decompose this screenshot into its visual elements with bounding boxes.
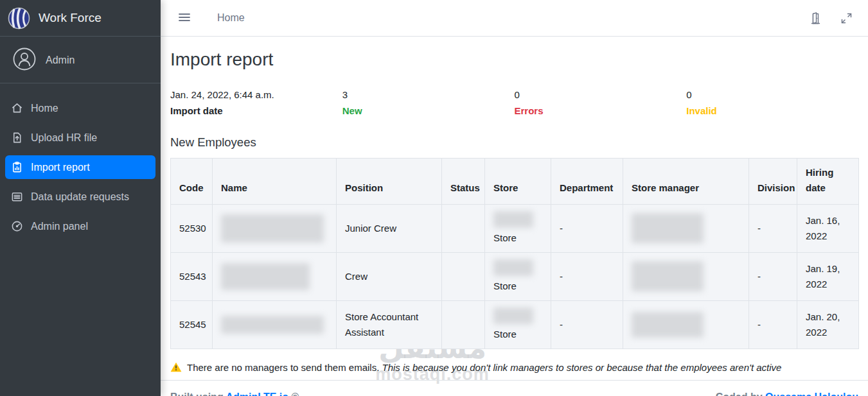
- footer-coded-by: Coded by: [716, 392, 765, 396]
- cell-division: -: [749, 204, 797, 252]
- header-code: Code: [171, 158, 213, 204]
- stat-value: 0: [686, 87, 858, 103]
- cell-status: [442, 204, 485, 252]
- cell-store-manager: [623, 300, 749, 349]
- home-icon: [11, 102, 23, 114]
- cell-position: Junior Crew: [337, 204, 442, 252]
- report-clipboard-icon: [11, 161, 23, 173]
- header-position: Position: [337, 158, 442, 204]
- author-link[interactable]: Oussama Heloulou: [765, 392, 858, 396]
- redacted-store: [493, 259, 533, 276]
- page-title: Import report: [170, 49, 858, 70]
- redacted-store: [493, 211, 533, 228]
- cell-store-manager: [623, 204, 749, 252]
- sidebar-item-home[interactable]: Home: [5, 96, 155, 120]
- redacted-store-manager: [632, 261, 704, 291]
- cell-name: [213, 204, 337, 252]
- footer-copyright: ©.: [291, 392, 301, 396]
- footer: Built using AdminLTE.io ©. Coded by Ouss…: [170, 381, 858, 396]
- sidebar-item-import-report[interactable]: Import report: [5, 155, 155, 179]
- redacted-name: [221, 214, 324, 243]
- header-store-manager: Store manager: [623, 158, 749, 204]
- list-icon: [11, 191, 23, 203]
- stat-label: Import date: [170, 103, 342, 119]
- stat-label: New: [342, 103, 515, 119]
- cell-code: 52543: [171, 252, 213, 300]
- header-hiring-date: Hiring date: [797, 158, 859, 204]
- stat-invalid: 0 Invalid: [686, 87, 858, 119]
- stat-value: Jan. 24, 2022, 6:44 a.m.: [170, 87, 342, 103]
- new-employees-table: Code Name Position Status Store Departme…: [170, 158, 859, 349]
- redacted-store-manager: [632, 213, 704, 243]
- cell-department: -: [551, 300, 623, 349]
- stat-errors: 0 Errors: [515, 87, 687, 119]
- cell-department: -: [551, 252, 623, 300]
- cell-code: 52530: [171, 204, 213, 252]
- table-header-row: Code Name Position Status Store Departme…: [171, 158, 859, 204]
- sidebar-item-upload-hr-file[interactable]: Upload HR file: [5, 126, 155, 150]
- store-suffix: Store: [493, 232, 517, 243]
- workforce-logo-icon: [8, 7, 30, 30]
- warning-text-italic: This is because you don't link managers …: [382, 362, 782, 373]
- cell-division: -: [749, 252, 797, 300]
- sidebar-item-label: Import report: [31, 162, 90, 173]
- file-upload-icon: [11, 132, 23, 144]
- section-title: New Employees: [170, 135, 858, 150]
- redacted-store-manager: [632, 312, 704, 338]
- table-row: 52545 Store Accountant Assistant Store -…: [171, 300, 859, 349]
- redacted-name: [221, 316, 324, 334]
- header-status: Status: [442, 158, 485, 204]
- sidebar-item-admin-panel[interactable]: Admin panel: [5, 214, 155, 238]
- stat-label: Invalid: [686, 103, 858, 119]
- brand-link[interactable]: Work Force: [0, 0, 161, 37]
- top-navbar: Home: [161, 0, 868, 37]
- user-name: Admin: [46, 55, 75, 66]
- header-store: Store: [485, 158, 551, 204]
- user-panel[interactable]: Admin: [0, 37, 161, 83]
- redacted-store: [493, 307, 533, 324]
- header-division: Division: [749, 158, 797, 204]
- door-icon[interactable]: [809, 11, 822, 25]
- sidebar-item-label: Upload HR file: [31, 132, 97, 144]
- sidebar-item-label: Home: [31, 103, 58, 114]
- import-stats: Jan. 24, 2022, 6:44 a.m. Import date 3 N…: [170, 87, 858, 119]
- brand-label: Work Force: [39, 11, 102, 25]
- warning-message: There are no managers to send them email…: [170, 362, 858, 373]
- cell-name: [213, 300, 337, 349]
- user-avatar-icon: [13, 47, 36, 73]
- cell-code: 52545: [171, 300, 213, 349]
- table-row: 52543 Crew Store - - Jan. 19, 2022: [171, 252, 859, 300]
- main-area: مستقل mostaql.com Home: [161, 0, 868, 396]
- hamburger-icon[interactable]: [178, 12, 191, 25]
- cell-status: [442, 300, 485, 349]
- navbar-right-icons: [809, 11, 853, 25]
- redacted-name: [221, 263, 310, 290]
- footer-built-using: Built using: [170, 392, 224, 396]
- footer-left: Built using AdminLTE.io ©.: [170, 392, 302, 396]
- sidebar-nav: Home Upload HR file Import report Data u…: [0, 83, 161, 238]
- cell-name: [213, 252, 337, 300]
- stat-label: Errors: [515, 103, 687, 119]
- navbar-home-link[interactable]: Home: [217, 12, 245, 24]
- stat-value: 3: [342, 87, 515, 103]
- stat-new: 3 New: [342, 87, 515, 119]
- sidebar-item-data-update-requests[interactable]: Data update requests: [5, 185, 155, 209]
- cell-store: Store: [485, 252, 551, 300]
- cell-store: Store: [485, 204, 551, 252]
- cell-division: -: [749, 300, 797, 349]
- cell-department: -: [551, 204, 623, 252]
- cell-store-manager: [623, 252, 749, 300]
- adminlte-link[interactable]: AdminLTE.io: [226, 392, 288, 396]
- warning-triangle-icon: [170, 362, 182, 372]
- store-suffix: Store: [493, 329, 517, 340]
- gauge-icon: [11, 220, 23, 232]
- cell-hiring-date: Jan. 16, 2022: [797, 204, 859, 252]
- footer-right: Coded by Oussama Heloulou: [716, 392, 858, 396]
- sidebar-item-label: Admin panel: [31, 221, 88, 232]
- warning-text: There are no managers to send them email…: [187, 362, 781, 373]
- cell-status: [442, 252, 485, 300]
- expand-arrows-icon[interactable]: [840, 12, 853, 24]
- header-department: Department: [551, 158, 623, 204]
- sidebar-item-label: Data update requests: [31, 191, 129, 203]
- header-name: Name: [213, 158, 337, 204]
